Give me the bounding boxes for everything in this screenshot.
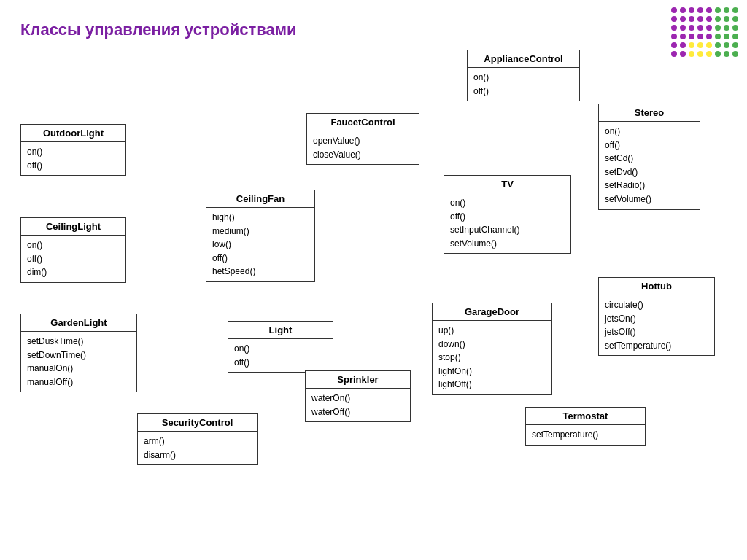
method: setVolume() — [450, 237, 565, 251]
method: on() — [450, 196, 565, 210]
method: on() — [27, 238, 120, 252]
uml-class-hottub: Hottubcirculate()jetsOn()jetsOff()setTem… — [598, 277, 715, 356]
method: off() — [27, 252, 120, 266]
class-methods-stereo: on()off()setCd()setDvd()setRadio()setVol… — [599, 122, 700, 209]
method: setVolume() — [605, 192, 694, 206]
method: off() — [450, 210, 565, 224]
method: hetSpeed() — [212, 265, 309, 279]
uml-class-termostat: TermostatsetTemperature() — [525, 407, 646, 446]
class-name-termostat: Termostat — [526, 408, 645, 425]
class-methods-outdoorlight: on()off() — [21, 142, 125, 175]
method: manualOff() — [27, 376, 131, 389]
method: off() — [27, 159, 120, 173]
method: waterOn() — [311, 392, 404, 405]
class-name-sprinkler: Sprinkler — [306, 371, 410, 389]
page-title: Классы управления устройствами — [20, 20, 297, 39]
method: stop() — [438, 351, 546, 365]
method: high() — [212, 211, 309, 225]
uml-class-gardenlight: GardenLightsetDuskTime()setDownTime()man… — [20, 314, 137, 392]
method: closeValue() — [313, 148, 413, 162]
uml-class-tv: TVon()off()setInputChannel()setVolume() — [444, 175, 571, 254]
method: lightOff() — [438, 378, 546, 392]
decorative-dots — [671, 7, 740, 58]
class-name-light: Light — [228, 322, 333, 339]
method: low() — [212, 238, 309, 252]
uml-class-sprinkler: SprinklerwaterOn()waterOff() — [305, 370, 411, 422]
class-name-tv: TV — [444, 176, 570, 193]
method: off() — [212, 252, 309, 265]
uml-class-outdoorlight: OutdoorLighton()off() — [20, 124, 126, 176]
method: circulate() — [605, 298, 708, 312]
class-methods-faucetcontrol: openValue()closeValue() — [307, 131, 419, 164]
method: setInputChannel() — [450, 223, 565, 237]
uml-class-light: Lighton()off() — [228, 321, 333, 373]
class-methods-appliancecontrol: on()off() — [468, 68, 579, 101]
method: up() — [438, 324, 546, 338]
uml-class-appliancecontrol: ApplianceControlon()off() — [467, 50, 580, 101]
method: off() — [605, 139, 694, 152]
method: setDownTime() — [27, 349, 131, 362]
uml-class-stereo: Stereoon()off()setCd()setDvd()setRadio()… — [598, 104, 700, 210]
uml-class-garagedoor: GarageDoorup()down()stop()lightOn()light… — [432, 303, 552, 395]
method: dim() — [27, 265, 120, 279]
class-name-ceilinglight: CeilingLight — [21, 218, 125, 236]
method: manualOn() — [27, 362, 131, 376]
uml-class-faucetcontrol: FaucetControlopenValue()closeValue() — [306, 113, 419, 165]
method: setCd() — [605, 152, 694, 166]
method: off() — [473, 85, 573, 98]
method: off() — [234, 356, 327, 370]
class-name-faucetcontrol: FaucetControl — [307, 114, 419, 131]
class-methods-hottub: circulate()jetsOn()jetsOff()setTemperatu… — [599, 295, 714, 355]
method: on() — [27, 145, 120, 159]
class-methods-gardenlight: setDuskTime()setDownTime()manualOn()manu… — [21, 332, 136, 392]
class-methods-light: on()off() — [228, 339, 333, 372]
uml-class-securitycontrol: SecurityControlarm()disarm() — [137, 413, 258, 465]
class-methods-garagedoor: up()down()stop()lightOn()lightOff() — [433, 321, 551, 394]
method: setDuskTime() — [27, 335, 131, 349]
class-methods-ceilinglight: on()off()dim() — [21, 236, 125, 282]
method: setTemperature() — [605, 339, 708, 353]
method: arm() — [144, 435, 251, 448]
class-name-securitycontrol: SecurityControl — [138, 414, 257, 432]
method: jetsOff() — [605, 325, 708, 339]
class-name-outdoorlight: OutdoorLight — [21, 125, 125, 142]
uml-class-ceilingfan: CeilingFanhigh()medium()low()off()hetSpe… — [206, 190, 315, 282]
class-name-gardenlight: GardenLight — [21, 314, 136, 332]
class-methods-termostat: setTemperature() — [526, 425, 645, 445]
method: waterOff() — [311, 405, 404, 419]
class-methods-sprinkler: waterOn()waterOff() — [306, 389, 410, 421]
class-name-garagedoor: GarageDoor — [433, 303, 551, 321]
class-methods-tv: on()off()setInputChannel()setVolume() — [444, 193, 570, 253]
class-methods-securitycontrol: arm()disarm() — [138, 432, 257, 464]
method: setTemperature() — [532, 428, 639, 442]
method: openValue() — [313, 134, 413, 148]
method: disarm() — [144, 448, 251, 462]
method: setRadio() — [605, 179, 694, 192]
method: lightOn() — [438, 365, 546, 378]
method: jetsOn() — [605, 312, 708, 326]
method: down() — [438, 338, 546, 351]
method: on() — [605, 125, 694, 139]
method: medium() — [212, 225, 309, 238]
class-name-stereo: Stereo — [599, 104, 700, 122]
class-name-appliancecontrol: ApplianceControl — [468, 50, 579, 68]
class-name-hottub: Hottub — [599, 278, 714, 295]
class-methods-ceilingfan: high()medium()low()off()hetSpeed() — [206, 208, 314, 281]
method: on() — [473, 71, 573, 85]
uml-class-ceilinglight: CeilingLighton()off()dim() — [20, 217, 126, 283]
method: on() — [234, 342, 327, 356]
method: setDvd() — [605, 166, 694, 179]
class-name-ceilingfan: CeilingFan — [206, 190, 314, 208]
